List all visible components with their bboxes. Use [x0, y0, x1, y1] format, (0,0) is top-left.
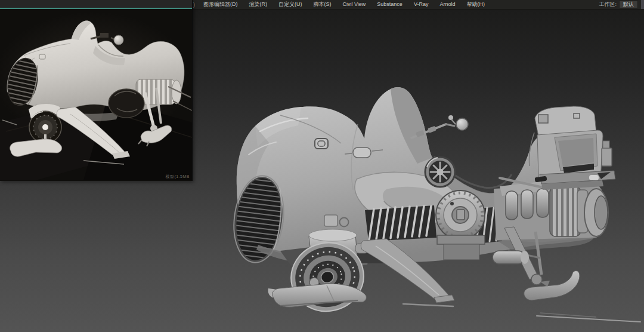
- menu-item-customize[interactable]: 自定义(U): [278, 0, 302, 9]
- emblem-badge: [315, 139, 328, 149]
- reference-render: [0, 9, 192, 181]
- menu-item-vray[interactable]: V-Ray: [414, 0, 429, 9]
- menu-item-arnold[interactable]: Arnold: [439, 0, 455, 9]
- workspace-selector[interactable]: 工作区: 默认: [599, 1, 638, 8]
- reference-image: 模型(1.5MB: [0, 9, 192, 181]
- menu-item-graph-editors[interactable]: 图形编辑器(D): [203, 0, 238, 9]
- reference-window-titlebar[interactable]: [0, 0, 192, 9]
- menu-item-substance[interactable]: Substance: [377, 0, 402, 9]
- menu-item-civil-view[interactable]: Civil View: [343, 0, 366, 9]
- menu-items: 图形编辑器(D) 渲染(R) 自定义(U) 脚本(S) Civil View S…: [203, 0, 485, 9]
- cargo-box: [529, 106, 612, 181]
- workspace-label: 工作区:: [599, 1, 617, 8]
- heatsink-fins: [365, 205, 436, 241]
- reference-window[interactable]: 模型(1.5MB: [0, 0, 193, 181]
- window-edge-grip: [641, 0, 644, 9]
- latch-handle: [353, 147, 371, 158]
- menu-overflow-indicator: ): [193, 2, 195, 8]
- menu-item-rendering[interactable]: 渲染(R): [249, 0, 268, 9]
- 3dsmax-window: ) 图形编辑器(D) 渲染(R) 自定义(U) 脚本(S) Civil View…: [0, 0, 644, 332]
- workspace-value-dropdown[interactable]: 默认: [619, 1, 638, 8]
- side-fan: [425, 157, 455, 187]
- menu-item-scripting[interactable]: 脚本(S): [314, 0, 332, 9]
- menu-item-help[interactable]: 帮助(H): [466, 0, 485, 9]
- reference-watermark: 模型(1.5MB: [165, 174, 190, 180]
